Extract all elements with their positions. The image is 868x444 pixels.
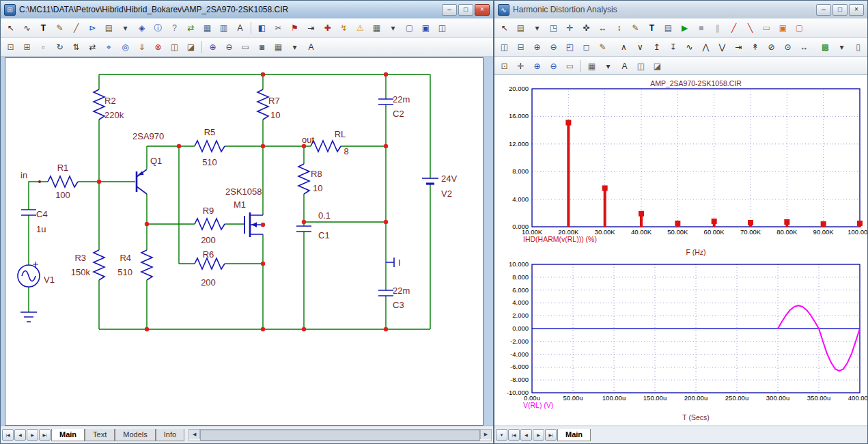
harmonic-distortion-plot[interactable]: 10.00K20.00K30.00K40.00K50.00K60.00K70.0… xyxy=(509,85,867,236)
icon-diagonal-wire-mode[interactable]: ╱ xyxy=(68,20,84,36)
icon-zoom-in[interactable]: ⊕ xyxy=(529,59,545,74)
icon-wire-mode[interactable]: ✎ xyxy=(52,20,68,36)
tab-models[interactable]: Models xyxy=(115,429,155,441)
icon-font[interactable]: A xyxy=(617,59,632,74)
icon-info-mode[interactable]: ⓘ xyxy=(150,20,166,36)
icon-go-to-x[interactable]: ⇥ xyxy=(731,40,746,55)
icon-zoom-percent[interactable]: ▭ xyxy=(562,59,578,74)
icon-stop-error[interactable]: ⊗ xyxy=(150,40,166,55)
resistor-r7[interactable] xyxy=(257,89,268,120)
icon-warning[interactable]: ⚠ xyxy=(352,20,368,36)
icon-box-mode[interactable]: ⊡ xyxy=(496,59,512,74)
icon-vertical-tag[interactable]: ↕ xyxy=(611,20,627,36)
icon-select-mode[interactable]: ↖ xyxy=(3,20,18,36)
icon-tile-horizontal[interactable]: ◫ xyxy=(496,40,512,55)
icon-region-select[interactable]: ⊞ xyxy=(19,40,35,55)
icon-pause[interactable]: ∥ xyxy=(710,20,725,36)
resistor-r6[interactable] xyxy=(195,258,225,269)
horizontal-scrollbar[interactable]: ◀ ▶ xyxy=(188,429,492,441)
icon-scope-mode[interactable]: ◧ xyxy=(254,20,270,36)
icon-point-tag[interactable]: ✜ xyxy=(578,20,594,36)
icon-limits[interactable]: ▭ xyxy=(759,20,774,36)
icon-text-mode[interactable]: T xyxy=(644,20,660,36)
icon-auto-scale[interactable]: ▣ xyxy=(775,20,791,36)
icon-page-setup[interactable]: ▯ xyxy=(850,40,866,55)
icon-inflection[interactable]: ∿ xyxy=(682,40,697,55)
schematic-canvas[interactable]: in R1 100 R2 220k 2SA970 Q1 R3 150k R4 5… xyxy=(5,57,484,426)
tab-list-button[interactable]: ▼ xyxy=(496,429,507,441)
left-titlebar[interactable]: ⊞ C:\MC11\DATA\Petrov\Hibrid\Hibrid_Boka… xyxy=(1,1,493,18)
icon-small-grid[interactable]: ▫ xyxy=(36,40,51,55)
icon-tile-vertical[interactable]: ⊟ xyxy=(513,40,529,55)
icon-repeat-find[interactable]: ◎ xyxy=(117,40,133,55)
icon-sheet-info[interactable]: ▣ xyxy=(418,20,434,36)
plot-canvas[interactable]: 0.00u50.00u100.00u150.00u200.00u250.00u3… xyxy=(494,74,867,426)
icon-flip-horizontal[interactable]: ⇄ xyxy=(85,40,100,55)
tab-info[interactable]: Info xyxy=(156,429,184,441)
maximize-button[interactable]: □ xyxy=(458,4,473,16)
scroll-right-button[interactable]: ▶ xyxy=(480,430,491,439)
tab-text[interactable]: Text xyxy=(85,429,115,441)
tab-main[interactable]: Main xyxy=(557,429,591,441)
tab-scroll-prev[interactable]: ◀ xyxy=(520,429,532,441)
icon-paste[interactable]: ▤ xyxy=(101,20,117,36)
icon-paste-dropdown[interactable]: ▾ xyxy=(529,20,545,36)
scroll-left-button[interactable]: ◀ xyxy=(189,430,200,439)
icon-zoom-in[interactable]: ⊕ xyxy=(529,40,545,55)
icon-link-sheets[interactable]: ◫ xyxy=(434,20,450,36)
icon-go-to-y[interactable]: ↟ xyxy=(747,40,763,55)
current-marker-symbol[interactable] xyxy=(386,258,394,267)
icon-zoom-area[interactable]: ◰ xyxy=(562,40,578,55)
icon-colors-dropdown[interactable]: ▾ xyxy=(834,40,850,55)
icon-tag-point[interactable]: ⊙ xyxy=(780,40,796,55)
icon-find[interactable]: ⌖ xyxy=(101,40,117,55)
resistor-r2[interactable] xyxy=(94,89,104,120)
icon-grid-style-dropdown[interactable]: ▾ xyxy=(287,40,303,55)
icon-global-high[interactable]: ⋀ xyxy=(698,40,714,55)
icon-find-part[interactable]: ◈ xyxy=(134,20,150,36)
icon-pin-connections[interactable]: ✚ xyxy=(320,20,335,36)
icon-paste[interactable]: ▤ xyxy=(513,20,529,36)
capacitor-c3[interactable] xyxy=(378,290,393,296)
minimize-button[interactable]: – xyxy=(442,4,457,16)
icon-grid-toggle[interactable]: ▦ xyxy=(369,20,384,36)
icon-rotate[interactable]: ↻ xyxy=(52,40,68,55)
icon-copy[interactable]: ◫ xyxy=(167,40,182,55)
icon-go-to-high[interactable]: ↥ xyxy=(649,40,664,55)
ground-symbol[interactable] xyxy=(20,312,37,322)
sine-source-v1[interactable] xyxy=(18,262,40,287)
icon-copy[interactable]: ◫ xyxy=(633,59,649,74)
icon-zero-cross[interactable]: ⊘ xyxy=(764,40,779,55)
tab-scroll-prev[interactable]: ◀ xyxy=(14,429,26,441)
icon-zoom-in[interactable]: ⊕ xyxy=(205,40,221,55)
icon-stop[interactable]: ■ xyxy=(693,20,709,36)
icon-copy-page[interactable]: ◪ xyxy=(649,59,665,74)
icon-power-toggle[interactable]: ↯ xyxy=(336,20,352,36)
battery-v2[interactable] xyxy=(422,178,438,184)
icon-text-mode[interactable]: T xyxy=(36,20,51,36)
mosfet-m1[interactable] xyxy=(244,212,263,237)
capacitor-c1[interactable] xyxy=(296,226,311,232)
resistor-r1[interactable] xyxy=(48,176,78,187)
icon-go-to-peak[interactable]: ∧ xyxy=(616,40,632,55)
tab-scroll-next[interactable]: ▶ xyxy=(533,429,544,441)
icon-grid-style[interactable]: ▦ xyxy=(270,40,286,55)
tab-scroll-last[interactable]: ▶| xyxy=(545,429,557,441)
resistor-r4[interactable] xyxy=(141,250,152,280)
icon-copy-image[interactable]: ◙ xyxy=(254,40,270,55)
icon-notes[interactable]: ▤ xyxy=(660,20,676,36)
icon-grid-dropdown[interactable]: ▾ xyxy=(385,20,401,36)
icon-scale-mode[interactable]: ◳ xyxy=(546,20,561,36)
capacitor-c2[interactable] xyxy=(378,99,393,105)
icon-grid-style[interactable]: ▦ xyxy=(584,59,600,74)
icon-box-tool[interactable]: ⊡ xyxy=(3,40,18,55)
tab-main[interactable]: Main xyxy=(51,429,85,441)
tab-scroll-first[interactable]: |◀ xyxy=(2,429,14,441)
waveform-legend[interactable]: V(RL) (V) xyxy=(523,401,553,409)
minimize-button[interactable]: – xyxy=(816,4,831,16)
icon-copy-page[interactable]: ◪ xyxy=(183,40,199,55)
icon-cursor-mode[interactable]: ✛ xyxy=(562,20,578,36)
maximize-button[interactable]: □ xyxy=(832,4,848,16)
capacitor-c4[interactable] xyxy=(21,210,36,215)
icon-zoom-out[interactable]: ⊖ xyxy=(546,40,561,55)
